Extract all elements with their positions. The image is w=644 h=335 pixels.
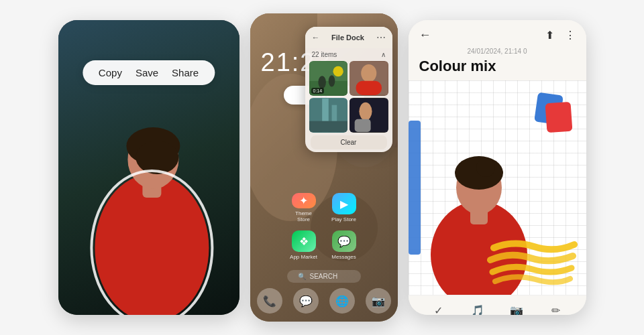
app-icon-messages[interactable]: 💬 Messages (329, 230, 359, 260)
card3-canvas[interactable] (409, 80, 586, 295)
toolbar-camera-icon[interactable]: 📷 (507, 301, 526, 315)
app-icons-area: ✦ Theme Store ▶ Play Store ❖ App Market (250, 193, 398, 268)
dock-chat-icon[interactable]: 💬 (293, 288, 319, 314)
toolbar-check-icon[interactable]: ✓ (429, 301, 448, 315)
svg-rect-20 (309, 121, 348, 132)
file-dock-grid: 0:14 (305, 61, 392, 133)
toolbar-audio-icon[interactable]: 🎵 (468, 301, 487, 315)
app-market-icon: ❖ (292, 230, 316, 252)
phone-card-3: ← ⬆ ⋮ 24/01/2024, 21:14 0 Colour mix (409, 20, 586, 315)
dock-bar: 🔍 SEARCH 📞 💬 🌐 📷 (250, 270, 398, 314)
file-dock-thumb-4[interactable] (350, 98, 388, 133)
app-row-1: ✦ Theme Store ▶ Play Store (250, 193, 398, 222)
action-pill: Copy Save Share (83, 60, 215, 85)
back-button[interactable]: ← (419, 28, 431, 42)
app-icon-theme-store[interactable]: ✦ Theme Store (289, 193, 319, 222)
file-dock-thumb-1[interactable]: 0:14 (309, 61, 348, 96)
dock-phone-icon[interactable]: 📞 (257, 288, 282, 314)
svg-point-22 (359, 103, 372, 121)
yellow-brushstrokes (487, 234, 581, 288)
file-dock-items-count: 22 items ∧ (305, 48, 392, 61)
svg-point-13 (328, 75, 335, 86)
card1-image: Copy Save Share (58, 20, 239, 315)
color-swatches (533, 90, 580, 144)
file-dock-panel: ← File Dock ⋯ 22 items ∧ 0:14 (305, 27, 392, 152)
svg-point-12 (318, 76, 326, 88)
svg-point-4 (136, 141, 178, 174)
card3-toolbar: ✓ 🎵 📷 ✏ (409, 295, 586, 315)
svg-point-28 (476, 158, 495, 177)
file-dock-header: ← File Dock ⋯ (305, 27, 392, 48)
play-store-icon: ▶ (332, 193, 356, 214)
theme-store-label: Theme Store (289, 210, 319, 222)
phone-card-1: Copy Save Share (58, 20, 239, 315)
dock-icons: 📞 💬 🌐 📷 (257, 288, 391, 314)
app-market-label: App Market (290, 254, 317, 260)
copy-button[interactable]: Copy (99, 67, 122, 78)
video-duration-badge: 0:14 (311, 88, 325, 94)
svg-rect-30 (545, 102, 572, 133)
search-label: SEARCH (310, 273, 338, 280)
svg-point-15 (361, 64, 376, 82)
app-icon-play-store[interactable]: ▶ Play Store (329, 193, 359, 222)
svg-point-11 (333, 66, 343, 76)
person-silhouette-1 (78, 47, 225, 315)
file-dock-thumb-2[interactable] (350, 61, 388, 96)
save-button[interactable]: Save (136, 67, 158, 78)
share-button[interactable]: ⬆ (545, 29, 554, 42)
card3-title: Colour mix (409, 58, 586, 80)
dock-chrome-icon[interactable]: 🌐 (329, 288, 355, 314)
messages-label: Messages (331, 254, 356, 260)
theme-store-icon: ✦ (292, 193, 316, 208)
file-dock-title: File Dock (331, 34, 364, 42)
app-icon-app-market[interactable]: ❖ App Market (289, 230, 319, 260)
share-button[interactable]: Share (172, 67, 199, 78)
messages-icon: 💬 (332, 230, 356, 252)
phone-card-2: 21:23 G ← File Dock ⋯ 22 items ∧ (250, 13, 398, 322)
file-dock-thumb-3[interactable] (309, 98, 348, 133)
more-options-button[interactable]: ⋮ (565, 29, 576, 42)
dock-camera-icon[interactable]: 📷 (366, 288, 391, 314)
toolbar-pen-icon[interactable]: ✏ (546, 301, 565, 315)
card3-metadata: 24/01/2024, 21:14 0 (409, 48, 586, 58)
file-dock-clear-button[interactable]: Clear (311, 135, 387, 149)
svg-rect-23 (355, 119, 371, 132)
app-row-2: ❖ App Market 💬 Messages (250, 230, 398, 260)
play-store-label: Play Store (331, 216, 356, 222)
card3-top-bar: ← ⬆ ⋮ (409, 20, 586, 48)
search-bar[interactable]: 🔍 SEARCH (287, 270, 361, 283)
svg-rect-16 (356, 81, 382, 95)
